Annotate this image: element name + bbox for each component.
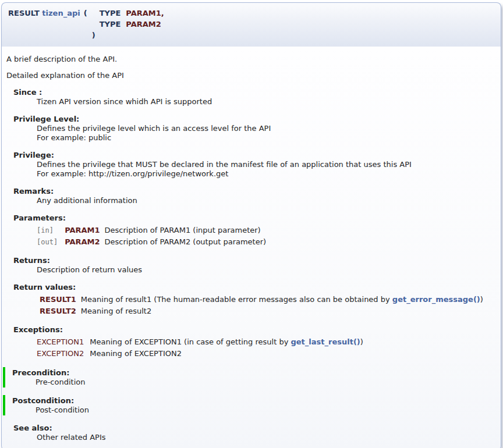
- return-value-description: Meaning of result1 (The human-readable e…: [81, 294, 487, 305]
- exceptions-table: EXCEPTION1 Meaning of EXCEPTION1 (in cas…: [37, 336, 367, 360]
- see-also-title: See also:: [13, 423, 496, 433]
- prototype-row-3: ): [6, 30, 166, 41]
- get-error-message-link[interactable]: get_error_message(): [392, 295, 480, 304]
- returns-title: Returns:: [13, 255, 496, 265]
- param-direction: [in]: [37, 225, 65, 236]
- return-values-title: Return values:: [13, 282, 496, 292]
- exception-row: EXCEPTION1 Meaning of EXCEPTION1 (in cas…: [37, 336, 367, 348]
- privilege-title: Privilege:: [13, 150, 496, 160]
- parameters-table: [in] PARAM1 Description of PARAM1 (input…: [37, 225, 270, 248]
- return-values-table: RESULT1 Meaning of result1 (The human-re…: [37, 294, 487, 317]
- exception-desc-tail: ): [360, 337, 363, 346]
- see-also-body: Other related APIs: [37, 433, 496, 442]
- exception-description: Meaning of EXCEPTION2: [90, 348, 367, 360]
- privilege-line2: For example: http://tizen.org/privilege/…: [37, 169, 496, 179]
- exception-name: EXCEPTION1: [37, 336, 90, 348]
- param-description: Description of PARAM2 (output parameter): [105, 236, 270, 248]
- section-remarks: Remarks: Any additional information: [13, 186, 496, 205]
- privilege-level-body: Defines the privilege level which is an …: [37, 124, 496, 143]
- section-see-also: See also: Other related APIs: [13, 423, 496, 442]
- param-name: PARAM2: [65, 236, 104, 248]
- exceptions-body: EXCEPTION1 Meaning of EXCEPTION1 (in cas…: [37, 336, 496, 360]
- prototype-memname-cell: RESULT tizen_api: [6, 8, 82, 19]
- param2-type: TYPE: [97, 19, 123, 30]
- detailed-description: Detailed explanation of the API: [6, 71, 496, 80]
- param1-name: PARAM1,: [122, 8, 165, 19]
- param1-type: TYPE: [97, 8, 123, 19]
- api-doc-card: RESULT tizen_api ( TYPE PARAM1, TYPE PAR…: [1, 2, 501, 448]
- since-title: Since :: [13, 87, 496, 97]
- return-value-description: Meaning of result2: [81, 305, 487, 317]
- parameter-row: [in] PARAM1 Description of PARAM1 (input…: [37, 225, 270, 236]
- section-parameters: Parameters: [in] PARAM1 Description of P…: [13, 213, 496, 248]
- return-type: RESULT: [8, 9, 40, 17]
- exception-row: EXCEPTION2 Meaning of EXCEPTION2: [37, 348, 367, 360]
- remarks-body: Any additional information: [37, 196, 496, 205]
- section-privilege: Privilege: Defines the privilege that MU…: [13, 150, 496, 179]
- remarks-title: Remarks:: [13, 186, 496, 196]
- parameters-title: Parameters:: [13, 213, 496, 223]
- return-value-desc-text: Meaning of result1 (The human-readable e…: [81, 295, 392, 304]
- close-paren: ): [82, 30, 97, 41]
- postcondition-title: Postcondition:: [5, 396, 496, 406]
- return-value-name: RESULT1: [37, 294, 81, 305]
- precondition-body: Pre-condition: [36, 378, 496, 387]
- returns-body: Description of return values: [37, 265, 496, 275]
- section-returns: Returns: Description of return values: [13, 255, 496, 275]
- section-exceptions: Exceptions: EXCEPTION1 Meaning of EXCEPT…: [13, 325, 496, 360]
- parameters-body: [in] PARAM1 Description of PARAM1 (input…: [37, 225, 496, 248]
- prototype-row-1: RESULT tizen_api ( TYPE PARAM1,: [6, 8, 166, 19]
- since-body: Tizen API version since whidh API is sup…: [37, 97, 496, 106]
- return-value-name: RESULT2: [37, 305, 81, 317]
- section-return-values: Return values: RESULT1 Meaning of result…: [13, 282, 496, 317]
- section-privilege-level: Privilege Level: Defines the privilege l…: [13, 114, 496, 143]
- param2-name: PARAM2: [122, 19, 165, 30]
- param-description: Description of PARAM1 (input parameter): [105, 225, 270, 236]
- privilege-level-line2: For example: public: [37, 133, 496, 143]
- prototype-table: RESULT tizen_api ( TYPE PARAM1, TYPE PAR…: [6, 8, 166, 41]
- privilege-level-title: Privilege Level:: [13, 114, 496, 124]
- function-documentation-body: A brief description of the API. Detailed…: [1, 47, 501, 448]
- open-paren: (: [82, 8, 97, 19]
- section-since: Since : Tizen API version since whidh AP…: [13, 87, 496, 106]
- privilege-line1: Defines the privilege that MUST be decla…: [37, 160, 496, 169]
- postcondition-body: Post-condition: [36, 406, 496, 415]
- return-value-row: RESULT2 Meaning of result2: [37, 305, 487, 317]
- return-value-desc-tail: ): [480, 295, 483, 304]
- exception-desc-text: Meaning of EXCEPTION1 (in case of gettin…: [90, 337, 291, 346]
- privilege-body: Defines the privilege that MUST be decla…: [37, 160, 496, 179]
- section-postcondition: Postcondition: Post-condition: [3, 395, 496, 415]
- exceptions-title: Exceptions:: [13, 325, 496, 335]
- section-precondition: Precondition: Pre-condition: [3, 367, 496, 387]
- param-direction: [out]: [37, 236, 65, 248]
- get-last-result-link[interactable]: get_last_result(): [291, 337, 360, 346]
- return-value-row: RESULT1 Meaning of result1 (The human-re…: [37, 294, 487, 305]
- brief-description: A brief description of the API.: [6, 55, 496, 63]
- privilege-level-line1: Defines the privilege level which is an …: [37, 124, 496, 133]
- parameter-row: [out] PARAM2 Description of PARAM2 (outp…: [37, 236, 270, 248]
- exception-name: EXCEPTION2: [37, 348, 90, 360]
- param-name: PARAM1: [65, 225, 104, 236]
- function-prototype-header: RESULT tizen_api ( TYPE PARAM1, TYPE PAR…: [1, 2, 501, 47]
- function-name-link[interactable]: tizen_api: [42, 9, 80, 17]
- prototype-row-2: TYPE PARAM2: [6, 19, 166, 30]
- return-values-body: RESULT1 Meaning of result1 (The human-re…: [37, 294, 496, 317]
- exception-description: Meaning of EXCEPTION1 (in case of gettin…: [90, 336, 367, 348]
- precondition-title: Precondition:: [5, 368, 496, 378]
